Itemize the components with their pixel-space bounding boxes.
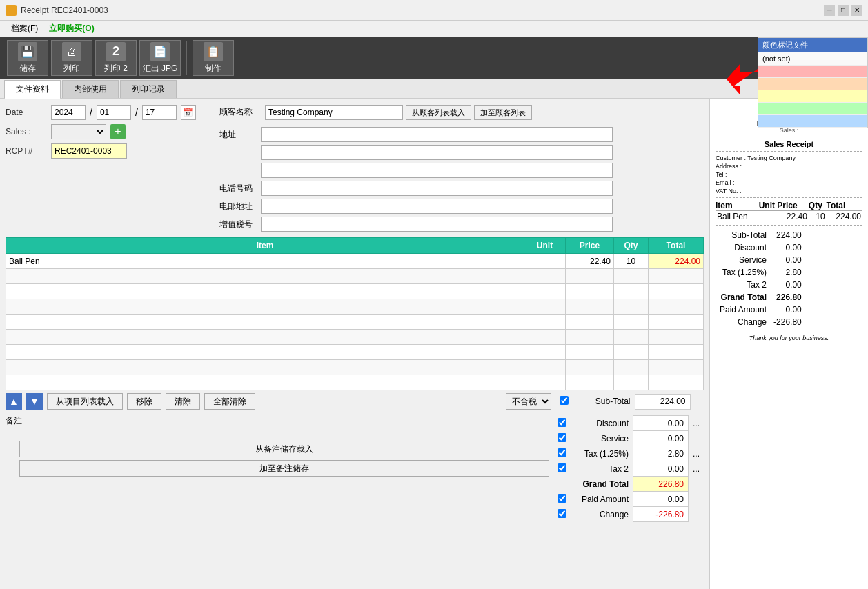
app-icon bbox=[6, 5, 17, 16]
tab-print-log[interactable]: 列印记录 bbox=[120, 80, 177, 98]
preview-service-row: Service 0.00 bbox=[717, 254, 805, 266]
tax1-checkbox[interactable] bbox=[558, 448, 566, 457]
date-day-input[interactable] bbox=[142, 105, 177, 120]
preview-discount-value: 0.00 bbox=[771, 242, 805, 253]
preview-col-price: Unit Price bbox=[759, 201, 809, 211]
table-row bbox=[6, 315, 704, 330]
print-icon: 🖨 bbox=[62, 42, 81, 61]
menu-buy[interactable]: 立即购买(O) bbox=[43, 21, 99, 36]
load-item-button[interactable]: 从项目列表载入 bbox=[47, 393, 123, 410]
customer-name-input[interactable] bbox=[265, 105, 403, 120]
move-down-button[interactable]: ▼ bbox=[26, 393, 43, 410]
tab-file-info[interactable]: 文件资料 bbox=[4, 80, 61, 99]
menu-file[interactable]: 档案(F) bbox=[6, 21, 43, 36]
item-total-cell bbox=[649, 375, 704, 390]
tax2-checkbox[interactable] bbox=[558, 463, 566, 472]
item-price-cell bbox=[566, 345, 614, 360]
summary-area: 备注 从备注储存载入 加至备注储存 Discount 0.00 ... Serv… bbox=[6, 412, 704, 525]
email-input[interactable] bbox=[261, 199, 613, 214]
address-row2 bbox=[219, 145, 704, 160]
customer-name-row: 从顾客列表载入 加至顾客列表 bbox=[265, 105, 704, 120]
table-row bbox=[6, 375, 704, 390]
move-up-button[interactable]: ▲ bbox=[6, 393, 22, 410]
address-input2[interactable] bbox=[261, 145, 613, 160]
preview-subtotal-label: Sub-Total bbox=[717, 230, 769, 241]
color-tag-not-set[interactable]: (not set) bbox=[758, 52, 867, 66]
clear-button[interactable]: 清除 bbox=[166, 393, 200, 410]
item-total-cell bbox=[649, 269, 704, 284]
window-title: Receipt REC2401-0003 bbox=[21, 6, 824, 15]
load-notes-button[interactable]: 从备注储存载入 bbox=[19, 441, 549, 457]
item-unit-cell bbox=[524, 254, 566, 269]
discount-checkbox[interactable] bbox=[558, 418, 566, 427]
rcpt-row: RCPT# bbox=[6, 143, 213, 159]
preview-paid-label: Paid Amount bbox=[717, 304, 769, 315]
discount-row: Discount 0.00 ... bbox=[553, 416, 704, 431]
add-customer-button[interactable]: 加至顾客列表 bbox=[474, 105, 532, 120]
date-month-input[interactable] bbox=[97, 105, 131, 120]
discount-dots[interactable]: ... bbox=[688, 416, 704, 431]
preview-service-value: 0.00 bbox=[771, 254, 805, 266]
vat-input[interactable] bbox=[261, 217, 613, 232]
preview-divider1 bbox=[716, 137, 862, 137]
main-content: Date / / 📅 Sales : + RCPT# bbox=[0, 99, 868, 589]
calendar-button[interactable]: 📅 bbox=[181, 105, 196, 120]
export-button[interactable]: 📄 汇出 JPG bbox=[139, 40, 181, 76]
tax2-label: Tax 2 bbox=[571, 461, 633, 477]
item-total-cell: 224.00 bbox=[649, 254, 704, 269]
service-checkbox[interactable] bbox=[558, 433, 566, 442]
item-total-cell bbox=[649, 345, 704, 360]
table-row bbox=[6, 269, 704, 284]
load-customer-button[interactable]: 从顾客列表载入 bbox=[406, 105, 471, 120]
color-tag-pink[interactable] bbox=[758, 66, 867, 78]
address-row: 地址 bbox=[219, 127, 704, 142]
address-input3[interactable] bbox=[261, 163, 613, 178]
date-label: Date bbox=[6, 108, 47, 117]
item-total-cell bbox=[649, 299, 704, 315]
preview-discount-row: Discount 0.00 bbox=[717, 242, 805, 253]
preview-subtotal-row: Sub-Total 224.00 bbox=[717, 230, 805, 241]
color-tag-green[interactable] bbox=[758, 103, 867, 115]
tab-internal[interactable]: 内部使用 bbox=[62, 80, 119, 98]
color-tag-blue[interactable] bbox=[758, 115, 867, 128]
change-value: -226.80 bbox=[633, 507, 688, 522]
subtotal-checkbox[interactable] bbox=[560, 396, 569, 405]
item-total-cell bbox=[649, 315, 704, 330]
tax1-dots[interactable]: ... bbox=[688, 446, 704, 461]
date-year-input[interactable] bbox=[51, 105, 86, 120]
print-button[interactable]: 🖨 列印 bbox=[51, 40, 92, 76]
phone-row: 电话号码 bbox=[219, 181, 704, 196]
clear-all-button[interactable]: 全部清除 bbox=[204, 393, 255, 410]
print2-button[interactable]: 2 列印 2 bbox=[95, 40, 137, 76]
sales-select[interactable] bbox=[51, 124, 106, 139]
item-unit-cell bbox=[524, 375, 566, 390]
phone-input[interactable] bbox=[261, 181, 613, 196]
maximize-button[interactable]: □ bbox=[838, 5, 849, 16]
tax2-dots[interactable]: ... bbox=[688, 461, 704, 477]
paid-checkbox[interactable] bbox=[558, 494, 566, 503]
item-unit-cell bbox=[524, 284, 566, 299]
preview-discount-label: Discount bbox=[717, 242, 769, 253]
remove-button[interactable]: 移除 bbox=[127, 393, 161, 410]
change-checkbox[interactable] bbox=[558, 509, 566, 518]
color-tag-orange[interactable] bbox=[758, 78, 867, 90]
address-input1[interactable] bbox=[261, 127, 613, 142]
service-dots[interactable] bbox=[688, 431, 704, 446]
paid-value: 0.00 bbox=[633, 492, 688, 507]
color-tag-yellow[interactable] bbox=[758, 90, 867, 103]
item-name-cell bbox=[6, 299, 524, 315]
col-unit: Unit bbox=[524, 238, 566, 254]
save-button[interactable]: 💾 储存 bbox=[7, 40, 48, 76]
make-button[interactable]: 📋 制作 bbox=[193, 40, 234, 76]
rcpt-input[interactable] bbox=[51, 143, 127, 159]
add-sales-button[interactable]: + bbox=[110, 124, 126, 139]
minimize-button[interactable]: ─ bbox=[824, 5, 835, 16]
rcpt-label: RCPT# bbox=[6, 146, 47, 156]
save-notes-button[interactable]: 加至备注储存 bbox=[19, 460, 549, 477]
table-row bbox=[6, 360, 704, 375]
subtotal-value: 224.00 bbox=[635, 394, 690, 409]
close-button[interactable]: ✕ bbox=[851, 5, 862, 16]
item-qty-cell: 10 bbox=[614, 254, 649, 269]
preview-col-item: Item bbox=[716, 201, 759, 211]
tax-select[interactable]: 不合税 bbox=[506, 393, 551, 410]
